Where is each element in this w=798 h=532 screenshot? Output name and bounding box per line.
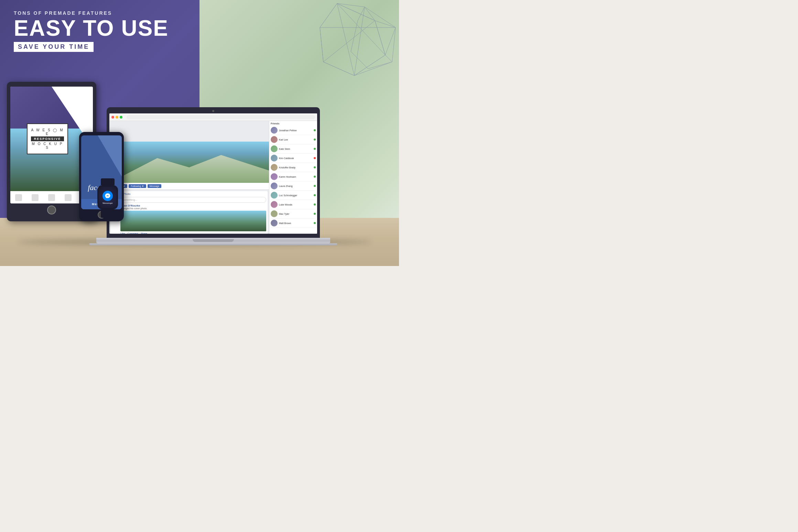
friend-name: Luc Schrodegger: [279, 194, 312, 197]
fb-following-btn[interactable]: Following ▼: [129, 184, 146, 188]
fb-main-feed: Friends ▼ Following ▼ Message Post 📷 Pho…: [109, 121, 269, 234]
fb-toolbar: [109, 113, 317, 121]
fb-screen: Friends ▼ Following ▼ Message Post 📷 Pho…: [109, 113, 317, 234]
online-status: [314, 129, 316, 131]
fb-post-photo: [120, 211, 266, 231]
watch-screen: Messenger: [99, 187, 117, 208]
text-area: TONS OF PREMADE FEATURES EASY TO USE SAV…: [14, 10, 169, 52]
toolbar-min: [116, 116, 118, 119]
watch-band-bottom: [101, 209, 115, 218]
tablet-nav-icon-2: [32, 194, 39, 201]
badge-text: SAVE YOUR TIME: [14, 42, 94, 52]
scene: TONS OF PREMADE FEATURES EASY TO USE SAV…: [0, 0, 399, 266]
friend-name: Kate Stem: [279, 148, 312, 150]
fb-message-btn[interactable]: Message: [148, 184, 161, 188]
fb-cover-photo: [109, 121, 269, 183]
laptop-camera: [212, 110, 214, 112]
laptop-foot: [89, 243, 337, 245]
list-item: Karl Lee: [271, 135, 316, 144]
list-item: Kim Caldbook: [271, 154, 316, 163]
tablet-logo-line3: M O C K U P S: [31, 142, 64, 149]
fb-sidebar-title: Friends: [271, 122, 316, 125]
watch-messenger-icon: [103, 191, 113, 201]
online-status: [314, 148, 316, 150]
online-status: [314, 194, 316, 196]
fb-comment-btn[interactable]: Comment: [128, 232, 138, 234]
friend-name: Kristoffer Brady: [279, 166, 312, 169]
fb-profile-section: Friends ▼ Following ▼ Message: [109, 183, 269, 190]
online-status: [314, 185, 316, 187]
avatar: [271, 173, 278, 180]
online-status: [314, 203, 316, 206]
svg-marker-4: [354, 55, 392, 76]
main-title: EASY TO USE: [14, 17, 169, 39]
toolbar-max: [120, 116, 122, 119]
online-status: [314, 222, 316, 224]
avatar: [271, 164, 278, 171]
list-item: Kristoffer Brady: [271, 163, 316, 172]
list-item: Laura Zhang: [271, 181, 316, 191]
friend-name: Laura Zhang: [279, 185, 312, 187]
laptop-screen-outer: Friends ▼ Following ▼ Message Post 📷 Pho…: [107, 107, 320, 238]
toolbar-close: [111, 116, 114, 119]
svg-line-8: [323, 21, 375, 62]
svg-marker-5: [320, 3, 354, 76]
friend-name: Luke Woods: [279, 203, 312, 206]
laptop-notch: [193, 239, 234, 242]
svg-marker-2: [337, 3, 375, 21]
fb-write-something[interactable]: Write something...: [112, 197, 266, 203]
avatar: [271, 210, 278, 217]
friend-name: Matt Brown: [279, 222, 312, 224]
online-status: [314, 157, 316, 159]
devices-container: A W E S ◯ M E RESPONSIVE M O C K U P S: [0, 107, 399, 245]
online-status: [314, 176, 316, 178]
list-item: Luke Woods: [271, 200, 316, 209]
tablet-logo-line2: RESPONSIVE: [31, 136, 64, 141]
avatar: [271, 192, 278, 199]
watch-body: Messenger: [97, 185, 118, 209]
watch-app-text: Messenger: [103, 202, 113, 204]
watch-device: Messenger: [96, 178, 120, 218]
avatar: [271, 155, 278, 162]
svg-marker-3: [375, 21, 396, 55]
geo-decoration: [268, 0, 399, 103]
avatar: [271, 145, 278, 152]
fb-sidebar: Friends Jonathan Pellow Karl Lee: [269, 121, 317, 234]
laptop-device: Friends ▼ Following ▼ Message Post 📷 Pho…: [107, 107, 320, 245]
friend-name: Kim Caldbook: [279, 157, 312, 159]
list-item: Jonathan Pellow: [271, 126, 316, 135]
avatar: [271, 201, 278, 208]
fb-like-btn[interactable]: Like: [120, 232, 125, 234]
fb-post-author: Ryan O'Rourke: [120, 204, 266, 207]
online-status: [314, 166, 316, 168]
phone-top-triangle: [98, 135, 122, 177]
online-status: [314, 213, 316, 215]
list-item: Kate Stem: [271, 144, 316, 154]
fb-post-content: Ryan O'Rourke changed his cover photo. L…: [120, 204, 266, 234]
fb-share-btn[interactable]: Share: [141, 232, 147, 234]
avatar: [271, 220, 278, 226]
avatar: [271, 136, 278, 143]
subtitle: TONS OF PREMADE FEATURES: [14, 10, 169, 16]
tablet-home-button[interactable]: [47, 206, 56, 214]
list-item: Mac Tyler: [271, 209, 316, 219]
fb-post-area: Post 📷 Photo Write something... Ryan O'R: [111, 191, 268, 234]
fb-post-action: changed his cover photo.: [120, 207, 266, 210]
watch-band-top: [101, 178, 115, 185]
fb-content: Friends ▼ Following ▼ Message Post 📷 Pho…: [109, 121, 317, 234]
avatar: [271, 127, 278, 134]
friend-name: Karl Lee: [279, 138, 312, 141]
tablet-nav-icon-1: [15, 194, 22, 201]
tablet-logo-box: A W E S ◯ M E RESPONSIVE M O C K U P S: [27, 123, 68, 154]
laptop-screen: Friends ▼ Following ▼ Message Post 📷 Pho…: [109, 113, 317, 234]
list-item: Matt Brown: [271, 219, 316, 228]
list-item: Karim Hoshsam: [271, 172, 316, 181]
online-status: [314, 138, 316, 141]
laptop-base: [96, 238, 330, 243]
list-item: Luc Schrodegger: [271, 191, 316, 200]
fb-post-item: Ryan O'Rourke changed his cover photo. L…: [112, 204, 266, 234]
avatar: [271, 182, 278, 189]
tablet-nav-icon-3: [48, 194, 55, 201]
tablet-nav-icon-4: [65, 194, 72, 201]
svg-marker-1: [351, 7, 396, 69]
